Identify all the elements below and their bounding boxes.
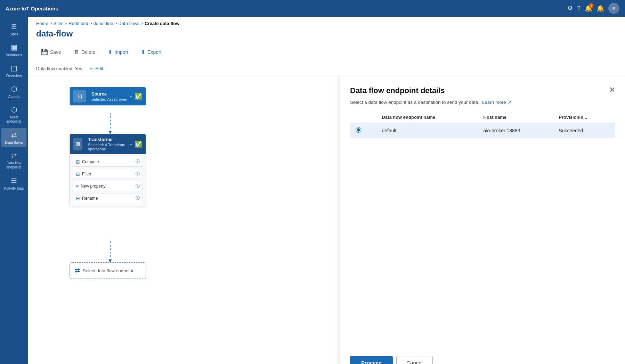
panel-subtitle: Select a data flow endpoint as a destina…	[350, 99, 615, 105]
row-status: Succeeded	[553, 123, 615, 138]
delete-icon: 🗑	[74, 49, 79, 55]
export-button[interactable]: ⬆ Export	[136, 47, 166, 57]
sidebar-item-data-flow-endpoints[interactable]: ⇄ Data flow endpoints	[1, 149, 26, 172]
delete-button[interactable]: 🗑 Delete	[69, 47, 100, 57]
flow-enabled-bar: Data flow enabled: Yes ✏ Edit	[28, 61, 625, 76]
side-panel: Data flow endpoint details ✕ Select a da…	[340, 76, 625, 364]
app-title: Azure IoT Operations	[6, 6, 567, 11]
destination-label: Select data flow endpoint	[83, 268, 133, 273]
sidebar-item-activity-logs[interactable]: ☰ Activity logs	[1, 174, 26, 193]
sidebar: ⊞ Sites ▣ Instances ◫ Overview ⬡ Assets …	[0, 17, 28, 364]
connector-1: ▼	[107, 113, 113, 135]
source-icon: ⊡	[73, 90, 86, 102]
sidebar-item-sites-label: Sites	[10, 32, 18, 36]
rename-label: Rename	[82, 196, 98, 201]
import-button[interactable]: ⬇ Import	[103, 47, 133, 57]
breadcrumb-current: Create data flow	[145, 21, 179, 26]
new-property-label: New property	[81, 184, 105, 189]
asset-endpoints-icon: ⬡	[11, 106, 17, 114]
save-icon: 💾	[41, 49, 48, 55]
sidebar-item-assets-label: Assets	[8, 94, 19, 99]
transform-node-status: ✅	[135, 140, 142, 148]
breadcrumb-home[interactable]: Home	[36, 21, 48, 26]
transform-node[interactable]: ⊠ Transforms Selected: 4 Transform opera…	[70, 134, 146, 206]
compute-icon: ⊞	[76, 159, 80, 165]
source-node-title: Source	[91, 91, 127, 97]
sidebar-item-asset-endpoints[interactable]: ⬡ Asset endpoints	[1, 103, 26, 126]
new-property-icon: ≡	[76, 183, 79, 189]
notifications-icon[interactable]: 🔔 1	[585, 5, 592, 12]
sidebar-item-overview-label: Overview	[6, 74, 22, 78]
source-node-menu[interactable]: ···	[128, 93, 132, 99]
instances-icon: ▣	[11, 43, 17, 51]
sites-icon: ⊞	[11, 22, 17, 31]
breadcrumb: Home > Sites > Redmond > donut-line > Da…	[28, 17, 625, 26]
transform-children: ⊞ Compute ⓘ ⊟ Filter ⓘ ≡ New property	[70, 154, 146, 206]
help-icon[interactable]: ?	[577, 5, 581, 12]
col-radio	[350, 112, 376, 123]
breadcrumb-donut-line[interactable]: donut-line	[94, 21, 113, 26]
row-host-name: aio-broker:18883	[478, 123, 553, 138]
save-button[interactable]: 💾 Save	[36, 47, 66, 57]
sidebar-item-sites[interactable]: ⊞ Sites	[1, 19, 26, 39]
new-property-info[interactable]: ⓘ	[136, 183, 140, 189]
cancel-button[interactable]: Cancel	[396, 356, 433, 364]
sidebar-item-activity-logs-label: Activity logs	[4, 186, 24, 190]
destination-node[interactable]: ⇄ Select data flow endpoint	[70, 262, 146, 279]
flow-enabled-label: Data flow enabled: Yes	[36, 66, 82, 71]
source-node[interactable]: ⊡ Source Selected Asset: oven ··· ✅	[70, 87, 146, 106]
top-nav: Azure IoT Operations ⚙ ? 🔔 1 🔔 P	[0, 0, 625, 17]
transform-child-compute[interactable]: ⊞ Compute ⓘ	[73, 157, 143, 167]
col-provisioning: Provisionin...	[553, 112, 615, 123]
source-node-subtitle: Selected Asset: oven	[91, 97, 127, 101]
radio-input[interactable]	[356, 127, 361, 133]
connector-2: ▼	[107, 241, 113, 264]
destination-icon: ⇄	[75, 267, 80, 274]
transform-child-rename[interactable]: ⊟ Rename ⓘ	[73, 193, 143, 203]
transform-node-title: Transforms	[88, 137, 128, 142]
notification-badge: 1	[589, 3, 594, 8]
transform-child-new-property[interactable]: ≡ New property ⓘ	[73, 181, 143, 191]
panel-close-button[interactable]: ✕	[609, 86, 615, 94]
panel-header: Data flow endpoint details ✕	[350, 86, 615, 95]
sidebar-item-data-flows[interactable]: ⇄ Data flows	[1, 128, 26, 147]
compute-info[interactable]: ⓘ	[136, 159, 140, 165]
col-endpoint-name: Data flow endpoint name	[376, 112, 478, 123]
source-node-header: ⊡ Source Selected Asset: oven ··· ✅	[70, 87, 146, 105]
source-node-status: ✅	[135, 92, 142, 100]
transform-node-menu[interactable]: ···	[128, 141, 132, 147]
proceed-button[interactable]: Proceed	[350, 356, 393, 364]
sidebar-item-instances[interactable]: ▣ Instances	[1, 40, 26, 60]
transform-icon: ⊠	[73, 138, 82, 150]
avatar[interactable]: P	[608, 3, 619, 14]
transform-child-filter[interactable]: ⊟ Filter ⓘ	[73, 169, 143, 179]
sidebar-item-assets[interactable]: ⬡ Assets	[1, 82, 26, 101]
sidebar-item-instances-label: Instances	[6, 53, 22, 57]
export-icon: ⬆	[141, 49, 145, 55]
filter-info[interactable]: ⓘ	[136, 171, 140, 177]
table-row[interactable]: default aio-broker:18883 Succeeded	[350, 123, 615, 138]
settings-icon[interactable]: ⚙	[567, 5, 573, 12]
rename-icon: ⊟	[76, 196, 80, 201]
breadcrumb-data-flows[interactable]: Data flows	[118, 21, 139, 26]
sidebar-item-data-flow-endpoints-label: Data flow endpoints	[3, 161, 25, 169]
learn-more-link[interactable]: Learn more ↗	[482, 100, 512, 105]
col-host-name: Host name	[478, 112, 553, 123]
activity-logs-icon: ☰	[11, 176, 17, 185]
alerts-icon[interactable]: 🔔	[596, 5, 604, 12]
nav-icons: ⚙ ? 🔔 1 🔔 P	[567, 3, 619, 14]
transform-node-header: ⊠ Transforms Selected: 4 Transform opera…	[70, 134, 146, 154]
data-flows-icon: ⇄	[11, 131, 17, 139]
row-radio[interactable]	[350, 123, 376, 138]
filter-label: Filter	[82, 172, 91, 176]
page-title: data-flow	[28, 26, 625, 43]
rename-info[interactable]: ⓘ	[136, 195, 140, 201]
breadcrumb-redmond[interactable]: Redmond	[68, 21, 88, 26]
transform-node-subtitle: Selected: 4 Transform operations	[88, 143, 128, 151]
edit-button[interactable]: ✏ Edit	[88, 65, 105, 72]
import-icon: ⬇	[108, 49, 112, 55]
endpoint-table: Data flow endpoint name Host name Provis…	[350, 112, 615, 138]
sidebar-item-overview[interactable]: ◫ Overview	[1, 61, 26, 81]
edit-icon: ✏	[90, 66, 94, 71]
breadcrumb-sites[interactable]: Sites	[54, 21, 64, 26]
